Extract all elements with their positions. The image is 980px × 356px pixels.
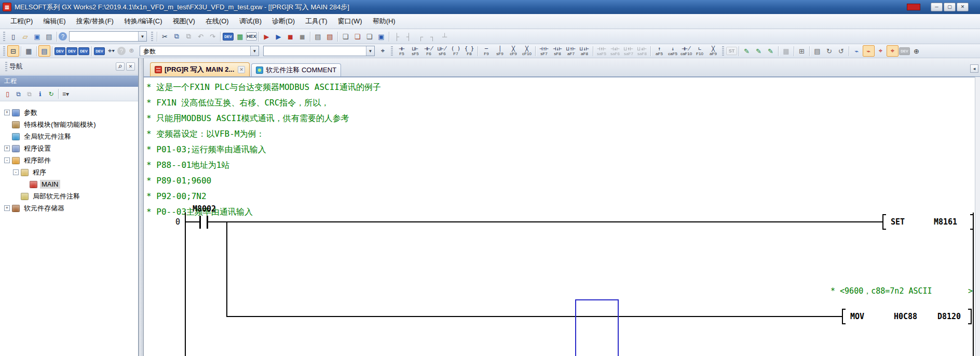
ladder-monitor-icon[interactable]: ▦ bbox=[234, 31, 246, 42]
tree-item-special-module[interactable]: 特殊模块(智能功能模块) bbox=[0, 118, 138, 130]
menu-edit[interactable]: 编辑(E) bbox=[38, 15, 71, 28]
falling-pulse-branch-icon[interactable]: ⊔↓⊢ aF8 bbox=[578, 45, 591, 58]
tree-item-global-comment[interactable]: 全局软元件注释 bbox=[0, 130, 138, 142]
tab-device-comment[interactable]: 软元件注释 COMMENT bbox=[251, 63, 341, 76]
outline-display-icon[interactable]: ⌁ bbox=[851, 45, 863, 57]
coil-icon[interactable]: ( ) F7 bbox=[449, 45, 462, 58]
zoom-icon[interactable]: ⊕ bbox=[910, 45, 922, 57]
save-project-icon[interactable]: ▣ bbox=[31, 31, 43, 42]
edit-line-icon[interactable]: ├ bbox=[391, 31, 403, 42]
tree-item-program[interactable]: - 程序 bbox=[0, 166, 138, 178]
delete-vertical-line-icon[interactable]: ╳ cF10 bbox=[520, 45, 534, 58]
tree-expand-toggle[interactable]: - bbox=[13, 169, 19, 175]
menu-diagnostics[interactable]: 诊断(D) bbox=[267, 15, 300, 28]
work-window-icon[interactable]: ▤ bbox=[38, 45, 50, 57]
erase-corner-icon[interactable]: ┐ bbox=[427, 31, 439, 42]
invert-result-icon[interactable]: ⊣⊬ caF10 bbox=[679, 45, 693, 58]
undo-icon[interactable]: ↶ bbox=[195, 31, 207, 42]
close-icon[interactable]: ✕ bbox=[126, 62, 135, 71]
device-comment-display-icon[interactable]: DEV bbox=[55, 47, 65, 55]
device-display-gray-icon[interactable]: DEV bbox=[899, 47, 910, 55]
rising-negate-branch-icon[interactable]: ⊔↟⊢ saF7 bbox=[622, 45, 635, 58]
cut-icon[interactable]: ✂ bbox=[159, 31, 171, 42]
open-project-icon[interactable]: ▱ bbox=[19, 31, 31, 42]
closed-contact-icon[interactable]: ⊣⊬ F6 bbox=[422, 45, 435, 58]
falling-pulse-negate-icon[interactable]: ⊣↡⊢ saF6 bbox=[608, 45, 622, 58]
new-project-icon[interactable]: ▯ bbox=[7, 31, 19, 42]
menu-find-replace[interactable]: 搜索/替换(F) bbox=[71, 15, 119, 28]
cross-reference-icon[interactable]: ⌾ bbox=[126, 45, 138, 57]
menu-project[interactable]: 工程(P) bbox=[5, 15, 38, 28]
tree-item-program-setting[interactable]: + 程序设置 bbox=[0, 142, 138, 154]
device-find-dropdown-icon[interactable]: ⌖▾ bbox=[105, 45, 117, 57]
navigation-window-icon[interactable]: ⊟ bbox=[7, 45, 19, 57]
statement-refresh-icon[interactable]: ↻ bbox=[823, 45, 835, 57]
program-write-icon[interactable]: ▤ bbox=[324, 31, 336, 42]
copy-icon[interactable]: ⧉ bbox=[171, 31, 183, 42]
delete-line-icon[interactable]: ┤ bbox=[403, 31, 415, 42]
open-contact-icon[interactable]: ⊣⊢ F5 bbox=[395, 45, 409, 58]
edit-ladder-icon[interactable]: ✎ bbox=[741, 45, 753, 57]
delete-horizontal-line-icon[interactable]: ╳ cF9 bbox=[507, 45, 520, 58]
ladder-block-icon[interactable]: ❏ bbox=[339, 31, 351, 42]
falling-negate-branch-icon[interactable]: ⊔↡⊢ saF8 bbox=[635, 45, 649, 58]
write-mode-icon[interactable]: ▶ bbox=[273, 31, 284, 42]
inline-st-icon[interactable]: ST bbox=[726, 47, 737, 55]
vertical-line-icon[interactable]: │ sF9 bbox=[493, 45, 507, 58]
monitor-write-mode-icon[interactable]: ◼ bbox=[296, 31, 308, 42]
print-icon[interactable]: ▤ bbox=[43, 31, 55, 42]
closed-branch-icon[interactable]: ⊔⊬ sF6 bbox=[435, 45, 449, 58]
device-combobox[interactable]: 参数 ▼ bbox=[140, 46, 259, 56]
device-monitor-icon[interactable]: DEV bbox=[66, 47, 77, 55]
refresh-view-icon[interactable]: ↻ bbox=[46, 89, 57, 99]
tab-prg-main[interactable]: [PRG]R 写入 MAIN 2... ✕ bbox=[150, 62, 250, 76]
tree-item-main[interactable]: MAIN bbox=[0, 178, 138, 190]
data-property-icon[interactable]: ℹ bbox=[35, 89, 46, 99]
application-instruction-icon[interactable]: { } F8 bbox=[462, 45, 476, 58]
draw-corner-icon[interactable]: ┌ bbox=[415, 31, 427, 42]
paste-data-icon[interactable]: ⧉ bbox=[24, 89, 35, 99]
monitor-mode-icon[interactable]: ◼ bbox=[284, 31, 296, 42]
pulse-down-icon[interactable]: ↓ caF5 bbox=[666, 45, 679, 58]
outline-collapse-icon[interactable]: ⌁ bbox=[863, 45, 875, 57]
copy-data-icon[interactable]: ⧉ bbox=[13, 89, 24, 99]
minimize-button[interactable]: ─ bbox=[931, 3, 943, 11]
menu-tools[interactable]: 工具(T) bbox=[300, 15, 333, 28]
menu-window[interactable]: 窗口(W) bbox=[333, 15, 367, 28]
tree-expand-toggle[interactable]: + bbox=[4, 110, 10, 115]
pin-icon[interactable]: ⚲ bbox=[116, 62, 125, 71]
tree-item-local-comment[interactable]: 局部软元件注释 bbox=[0, 190, 138, 202]
menu-view[interactable]: 视图(V) bbox=[168, 15, 200, 28]
hex-display-icon[interactable]: HEX bbox=[246, 32, 257, 41]
device-comment-batch-edit-icon[interactable]: ✎ bbox=[765, 45, 777, 57]
device-comment-edit-icon[interactable]: ✎ bbox=[753, 45, 765, 57]
menu-convert-compile[interactable]: 转换/编译(C) bbox=[119, 15, 168, 28]
delete-line-fkey-icon[interactable]: ╳ aF9 bbox=[706, 45, 720, 58]
tree-item-parameter[interactable]: + 参数 bbox=[0, 107, 138, 118]
tree-item-device-memory[interactable]: + 软元件存储器 bbox=[0, 202, 138, 214]
rising-pulse-negate-icon[interactable]: ⊣↟⊢ saF5 bbox=[595, 45, 608, 58]
help-icon[interactable]: ? bbox=[59, 32, 67, 41]
tree-expand-toggle[interactable]: - bbox=[4, 157, 10, 163]
falling-pulse-icon[interactable]: ⊣↓⊢ sF8 bbox=[551, 45, 564, 58]
read-mode-icon[interactable]: ▶ bbox=[261, 31, 273, 42]
chevron-down-icon[interactable]: ▼ bbox=[138, 32, 146, 41]
menu-online[interactable]: 在线(O) bbox=[200, 15, 234, 28]
tree-expand-toggle[interactable]: + bbox=[4, 205, 10, 211]
pulse-up-icon[interactable]: ↑ aF5 bbox=[652, 45, 666, 58]
chevron-down-icon[interactable]: ▼ bbox=[366, 46, 374, 56]
window-display-icon[interactable]: ▣ bbox=[375, 31, 387, 42]
ladder-edit-disabled-icon[interactable]: ▦ bbox=[780, 45, 792, 57]
device-watch-icon[interactable]: ⌖ bbox=[887, 45, 899, 57]
help-icon[interactable]: ? bbox=[117, 47, 126, 55]
menu-debug[interactable]: 调试(B) bbox=[234, 15, 267, 28]
device-batch-icon[interactable]: DEV bbox=[78, 47, 89, 55]
device-find-icon[interactable]: DEV bbox=[223, 33, 234, 41]
vertical-scrollbar[interactable] bbox=[975, 77, 980, 356]
program-read-icon[interactable]: ▤ bbox=[312, 31, 324, 42]
open-branch-icon[interactable]: ⊔⊢ sF5 bbox=[409, 45, 422, 58]
redo-icon[interactable]: ↷ bbox=[207, 31, 219, 42]
rising-pulse-icon[interactable]: ⊣↑⊢ sF7 bbox=[537, 45, 551, 58]
tree-item-pou[interactable]: - 程序部件 bbox=[0, 154, 138, 166]
paste-icon[interactable]: ⧉ bbox=[183, 31, 195, 42]
